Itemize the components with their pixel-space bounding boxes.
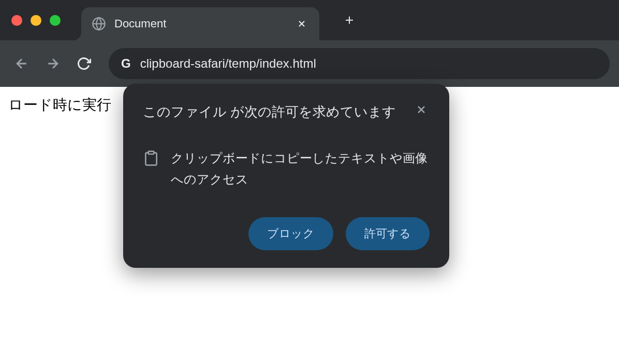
browser-tab[interactable]: Document <box>81 7 319 40</box>
maximize-window-button[interactable] <box>50 15 61 26</box>
minimize-window-button[interactable] <box>31 15 41 26</box>
tab-title: Document <box>114 17 294 31</box>
new-tab-button[interactable] <box>340 11 359 29</box>
reload-button[interactable] <box>71 51 96 76</box>
permission-dialog: このファイル が次の許可を求めています クリップボードにコピーしたテキストや画像… <box>123 84 449 268</box>
tab-bar: Document <box>0 0 619 40</box>
back-button[interactable] <box>9 51 34 76</box>
close-window-button[interactable] <box>11 15 22 26</box>
address-bar[interactable]: G clipboard-safari/temp/index.html <box>109 48 610 79</box>
google-icon: G <box>121 56 131 71</box>
forward-button[interactable] <box>40 51 65 76</box>
allow-button[interactable]: 許可する <box>346 217 430 250</box>
address-url: clipboard-safari/temp/index.html <box>140 56 316 71</box>
close-tab-button[interactable] <box>294 17 309 31</box>
toolbar: G clipboard-safari/temp/index.html <box>0 40 619 87</box>
block-button[interactable]: ブロック <box>248 217 333 250</box>
window-controls <box>11 15 61 26</box>
dialog-message: クリップボードにコピーしたテキストや画像へのアクセス <box>171 148 430 190</box>
dialog-actions: ブロック 許可する <box>143 217 430 250</box>
dialog-header: このファイル が次の許可を求めています <box>143 100 430 123</box>
dialog-title: このファイル が次の許可を求めています <box>143 100 403 123</box>
browser-chrome: Document <box>0 0 619 87</box>
svg-rect-10 <box>149 151 154 154</box>
clipboard-icon <box>143 150 159 169</box>
globe-icon <box>92 17 106 31</box>
dialog-body: クリップボードにコピーしたテキストや画像へのアクセス <box>143 148 430 190</box>
dialog-close-button[interactable] <box>413 101 430 118</box>
